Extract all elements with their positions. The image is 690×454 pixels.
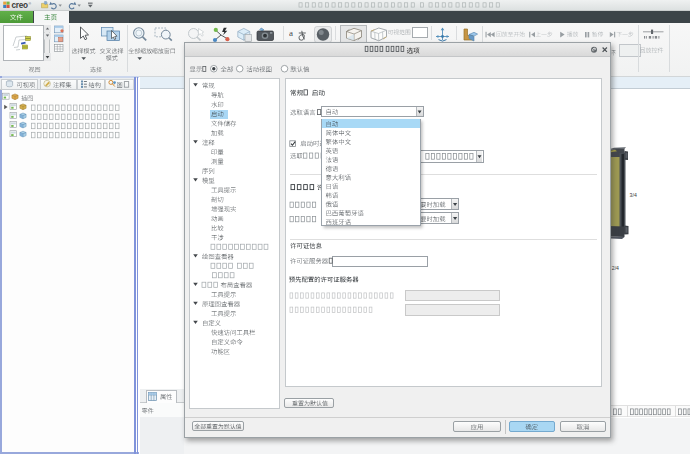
svg-text:creo: creo xyxy=(12,1,28,10)
svg-text:®: ® xyxy=(29,2,32,6)
svg-text:a: a xyxy=(289,27,293,37)
